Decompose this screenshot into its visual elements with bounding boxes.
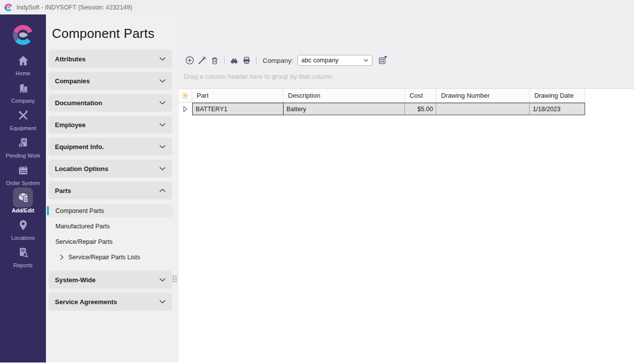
find-icon <box>229 55 239 65</box>
sidebar-item-locations[interactable]: Locations <box>0 215 46 242</box>
accordion-label: Equipment Info. <box>55 143 104 151</box>
toolbar-area: Company: abc company Drag a column he <box>179 14 634 88</box>
window-title: IndySoft - INDYSOFT (Session: #232149) <box>16 4 132 11</box>
add-button[interactable] <box>184 54 196 66</box>
row-cells: BATTERY1 Battery $5.00 1/18/2023 <box>192 103 585 115</box>
column-header-part[interactable]: Part <box>192 89 284 102</box>
accordion-section-companies[interactable]: Companies <box>48 72 172 90</box>
grid-header-row: Part Description Cost Drawing Number Dra… <box>179 89 585 103</box>
home-icon <box>17 54 29 67</box>
print-button[interactable] <box>241 54 253 66</box>
parts-children: Component Parts Manufactured Parts Servi… <box>47 204 179 264</box>
chevron-down-icon <box>159 57 166 61</box>
sidebar-item-label: Reports <box>13 262 33 268</box>
accordion-section-documentation[interactable]: Documentation <box>48 94 172 112</box>
sidebar-item-label: Pending Work <box>6 153 40 159</box>
accordion-section-attributes[interactable]: Attributes <box>48 50 172 68</box>
group-by-hint: Drag a column header here to group by th… <box>184 73 634 80</box>
accordion-section-system-wide[interactable]: System-Wide <box>48 271 172 289</box>
calendar-icon <box>17 164 29 177</box>
chevron-down-icon <box>159 300 166 304</box>
sidebar-item-company[interactable]: Company <box>0 78 46 105</box>
company-dropdown[interactable]: abc company <box>298 55 372 66</box>
accordion-label: Companies <box>55 77 90 85</box>
grid-indicator-column <box>179 89 192 102</box>
sidebar-item-add-edit[interactable]: Add/Edit <box>0 187 46 215</box>
delete-icon <box>210 55 220 65</box>
accordion-section-service-agreements[interactable]: Service Agreements <box>48 293 172 311</box>
column-header-cost[interactable]: Cost <box>405 89 436 102</box>
print-icon <box>242 55 252 65</box>
sidebar-item-order-system[interactable]: Order System <box>0 160 46 187</box>
report-search-icon <box>17 246 29 259</box>
add-icon <box>185 55 195 65</box>
sidebar-item-reports[interactable]: Reports <box>0 242 46 270</box>
nav-item-manufactured-parts[interactable]: Manufactured Parts <box>47 219 173 233</box>
accordion-section-equipment-info[interactable]: Equipment Info. <box>48 138 172 156</box>
invoice-icon: $ <box>17 137 29 149</box>
toolbar-separator <box>256 56 257 64</box>
nav-item-label: Component Parts <box>55 207 104 214</box>
building-icon <box>17 82 29 94</box>
chevron-down-icon <box>159 79 166 83</box>
accordion: Attributes Companies Documentation Emplo… <box>46 50 179 311</box>
cell-drawing-date[interactable]: 1/18/2023 <box>530 103 585 115</box>
table-row[interactable]: BATTERY1 Battery $5.00 1/18/2023 <box>179 103 634 115</box>
nav-item-label: Service/Repair Parts <box>55 238 113 245</box>
accordion-section-parts[interactable]: Parts <box>48 182 172 199</box>
sidebar-item-label: Equipment <box>10 125 36 131</box>
accordion-label: Employee <box>55 121 85 129</box>
navigation-panel: Component Parts Attributes Companies Doc… <box>46 14 179 363</box>
cell-description[interactable]: Battery <box>284 103 405 115</box>
window-titlebar: IndySoft - INDYSOFT (Session: #232149) <box>0 0 634 14</box>
panel-splitter-handle[interactable] <box>173 276 177 283</box>
svg-text:$: $ <box>19 143 21 147</box>
chevron-down-icon <box>159 278 166 282</box>
cell-drawing-number[interactable] <box>436 103 530 115</box>
sidebar-item-home[interactable]: Home <box>0 50 46 78</box>
chevron-right-icon <box>60 254 64 260</box>
column-header-drawing-date[interactable]: Drawing Date <box>530 89 585 102</box>
parts-grid: Part Description Cost Drawing Number Dra… <box>179 88 634 115</box>
edit-wand-button[interactable] <box>196 54 208 66</box>
box-plus-icon <box>17 191 29 204</box>
chevron-down-icon <box>159 123 166 127</box>
nav-item-service-repair-parts[interactable]: Service/Repair Parts <box>47 235 173 248</box>
delete-button[interactable] <box>209 54 221 66</box>
toolbar-separator <box>224 56 225 64</box>
column-header-description[interactable]: Description <box>284 89 405 102</box>
crossed-tools-icon <box>17 109 29 122</box>
expand-triangle-icon <box>183 106 188 113</box>
nav-item-service-repair-parts-lists[interactable]: Service/Repair Parts Lists <box>47 250 173 264</box>
indysoft-logo-icon <box>11 23 34 46</box>
nav-item-label: Service/Repair Parts Lists <box>68 254 140 261</box>
accordion-section-location-options[interactable]: Location Options <box>48 160 172 178</box>
row-expand-arrow[interactable] <box>179 103 192 115</box>
chevron-down-icon <box>159 101 166 105</box>
cell-cost[interactable]: $5.00 <box>405 103 436 115</box>
nav-item-component-parts[interactable]: Component Parts <box>47 204 173 217</box>
accordion-label: Attributes <box>55 55 85 63</box>
cell-part[interactable]: BATTERY1 <box>192 103 284 115</box>
chevron-down-icon <box>159 167 166 171</box>
column-chooser-icon <box>378 55 388 65</box>
sidebar-item-label: Company <box>11 98 34 104</box>
app-logo-icon <box>4 3 13 12</box>
toolbar: Company: abc company <box>184 54 634 66</box>
sidebar-item-label: Add/Edit <box>11 207 34 213</box>
company-dropdown-value: abc company <box>302 57 338 64</box>
chevron-up-icon <box>159 188 166 192</box>
accordion-label: Documentation <box>55 99 102 107</box>
sidebar-item-label: Order System <box>6 180 40 186</box>
wand-icon <box>197 55 207 65</box>
column-header-drawing-number[interactable]: Drawing Number <box>436 89 530 102</box>
sidebar-item-pending-work[interactable]: $ Pending Work <box>0 133 46 160</box>
accordion-label: Service Agreements <box>55 298 117 306</box>
accordion-section-employee[interactable]: Employee <box>48 116 172 134</box>
sun-indicator-icon <box>182 92 189 99</box>
column-chooser-button[interactable] <box>377 54 389 66</box>
sidebar-item-equipment[interactable]: Equipment <box>0 105 46 133</box>
chevron-down-icon <box>363 59 368 62</box>
map-pin-icon <box>17 219 29 231</box>
find-button[interactable] <box>228 54 240 66</box>
